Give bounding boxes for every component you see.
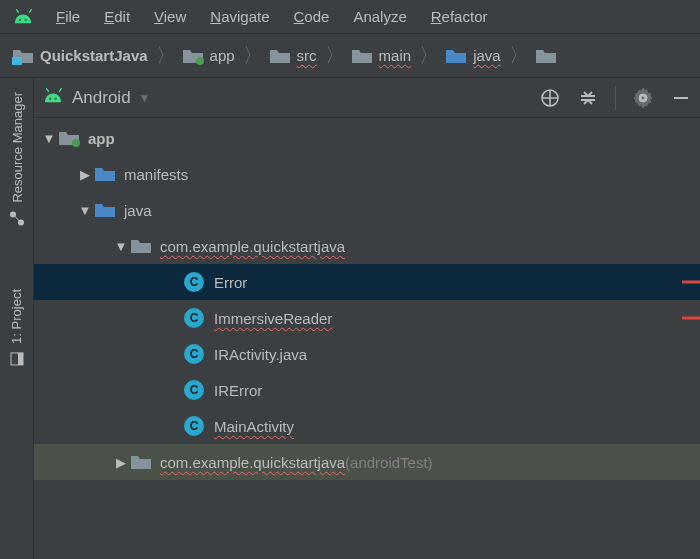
tree-node-java[interactable]: java <box>34 192 700 228</box>
gear-icon[interactable] <box>632 87 654 109</box>
folder-icon <box>182 47 204 65</box>
tool-window-resource-manager-label: Resource Manager <box>9 92 24 203</box>
error-marker <box>682 281 700 284</box>
crumb-module-label: app <box>210 47 235 64</box>
collapse-all-icon[interactable] <box>577 87 599 109</box>
workspace: Resource Manager 1: Project Android ▼ <box>0 78 700 559</box>
menu-edit[interactable]: Edit <box>92 4 142 29</box>
project-panel: Android ▼ <box>34 78 700 559</box>
project-view-label: Android <box>72 88 131 108</box>
separator <box>615 86 616 110</box>
svg-rect-2 <box>12 57 22 65</box>
class-icon: C <box>184 272 204 292</box>
menu-file[interactable]: File <box>44 4 92 29</box>
menu-code[interactable]: Code <box>282 4 342 29</box>
tree-node-file-main[interactable]: C MainActivity <box>34 408 700 444</box>
tree-node-manifests[interactable]: manifests <box>34 156 700 192</box>
tool-window-resource-manager[interactable]: Resource Manager <box>7 82 27 237</box>
expand-toggle[interactable] <box>76 167 94 182</box>
class-icon: C <box>184 344 204 364</box>
tree-node-file-error[interactable]: C Error <box>34 264 700 300</box>
package-icon <box>130 237 152 255</box>
crumb-java-label: java <box>473 47 501 64</box>
tree-node-file-label: IRActivity.java <box>214 346 307 363</box>
tree-node-package[interactable]: com.example.quickstartjava <box>34 228 700 264</box>
tree-node-file-label: Error <box>214 274 247 291</box>
expand-toggle[interactable] <box>40 131 58 146</box>
source-folder-icon <box>94 201 116 219</box>
crumb-root[interactable]: QuickstartJava <box>8 47 154 65</box>
tree-node-file-label: ImmersiveReader <box>214 310 332 327</box>
class-icon: C <box>184 380 204 400</box>
menu-refactor[interactable]: Refactor <box>419 4 500 29</box>
svg-rect-7 <box>18 352 23 364</box>
left-gutter: Resource Manager 1: Project <box>0 78 34 559</box>
crumb-java[interactable]: java <box>441 47 507 65</box>
android-studio-logo-icon <box>10 4 36 30</box>
source-folder-icon <box>445 47 467 65</box>
crumb-main[interactable]: main <box>347 47 418 65</box>
tree-node-app[interactable]: app <box>34 120 700 156</box>
folder-icon <box>94 165 116 183</box>
resource-manager-icon <box>9 211 25 227</box>
folder-icon <box>535 47 557 65</box>
module-icon <box>12 47 34 65</box>
tree-node-java-label: java <box>124 202 152 219</box>
menu-view[interactable]: View <box>142 4 198 29</box>
tree-node-suffix: (androidTest) <box>345 454 433 471</box>
class-icon: C <box>184 416 204 436</box>
svg-point-0 <box>19 18 21 20</box>
tree-node-package-test[interactable]: com.example.quickstartjava (androidTest) <box>34 444 700 480</box>
expand-toggle[interactable] <box>76 203 94 218</box>
tree-node-manifests-label: manifests <box>124 166 188 183</box>
tree-node-file-irerror[interactable]: C IRError <box>34 372 700 408</box>
crumb-src-label: src <box>297 47 317 64</box>
android-view-icon <box>42 85 64 110</box>
error-marker <box>682 317 700 320</box>
tree-node-file-immersive[interactable]: C ImmersiveReader <box>34 300 700 336</box>
chevron-right-icon: 〉 <box>419 42 439 69</box>
select-opened-file-icon[interactable] <box>539 87 561 109</box>
svg-point-11 <box>72 139 80 147</box>
menu-navigate[interactable]: Navigate <box>198 4 281 29</box>
chevron-right-icon: 〉 <box>156 42 176 69</box>
chevron-right-icon: 〉 <box>325 42 345 69</box>
tool-window-project[interactable]: 1: Project <box>7 279 26 376</box>
breadcrumb: QuickstartJava 〉 app 〉 src 〉 main 〉 java… <box>0 34 700 78</box>
menu-analyze[interactable]: Analyze <box>341 4 418 29</box>
tree-node-package-label: com.example.quickstartjava <box>160 238 345 255</box>
project-panel-header: Android ▼ <box>34 78 700 118</box>
module-icon <box>58 129 80 147</box>
project-view-selector[interactable]: Android ▼ <box>72 88 151 108</box>
tool-window-project-label: 1: Project <box>9 289 24 344</box>
tree-node-file-label: MainActivity <box>214 418 294 435</box>
svg-point-3 <box>196 57 204 65</box>
crumb-src[interactable]: src <box>265 47 323 65</box>
crumb-module[interactable]: app <box>178 47 241 65</box>
hide-icon[interactable] <box>670 87 692 109</box>
package-icon <box>130 453 152 471</box>
class-icon: C <box>184 308 204 328</box>
expand-toggle[interactable] <box>112 239 130 254</box>
svg-point-1 <box>25 18 27 20</box>
svg-point-8 <box>49 98 51 100</box>
project-tree[interactable]: app manifests java <box>34 118 700 559</box>
folder-icon <box>351 47 373 65</box>
chevron-down-icon: ▼ <box>139 91 151 105</box>
menubar: File Edit View Navigate Code Analyze Ref… <box>0 0 700 34</box>
project-icon <box>9 351 24 365</box>
chevron-right-icon: 〉 <box>509 42 529 69</box>
tree-node-package-label: com.example.quickstartjava <box>160 454 345 471</box>
crumb-root-label: QuickstartJava <box>40 47 148 64</box>
crumb-more[interactable] <box>531 47 569 65</box>
expand-toggle[interactable] <box>112 455 130 470</box>
tree-node-file-label: IRError <box>214 382 262 399</box>
folder-icon <box>269 47 291 65</box>
tree-node-file-iractivity[interactable]: C IRActivity.java <box>34 336 700 372</box>
crumb-main-label: main <box>379 47 412 64</box>
chevron-right-icon: 〉 <box>243 42 263 69</box>
svg-point-9 <box>55 98 57 100</box>
tree-node-app-label: app <box>88 130 115 147</box>
